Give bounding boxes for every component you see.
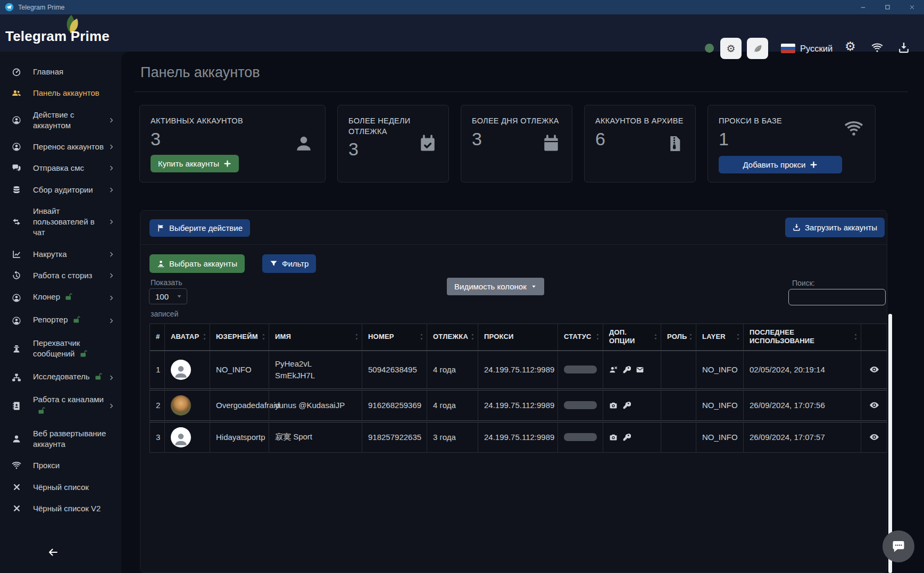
invite-users-icon xyxy=(0,217,33,227)
column-visibility-button[interactable]: Видимость колонок xyxy=(447,278,544,295)
support-chat-button[interactable] xyxy=(883,530,914,562)
maximize-button[interactable] xyxy=(875,0,900,14)
row-phone: 918257922635 xyxy=(362,422,427,452)
sidebar-item-message-interceptor[interactable]: Перехватчик сообщений xyxy=(0,333,121,367)
key-icon[interactable] xyxy=(622,401,631,410)
sort-icons xyxy=(595,333,600,341)
choose-action-button[interactable]: Выберите действие xyxy=(149,219,250,237)
download-button[interactable] xyxy=(898,42,910,54)
user-x-icon[interactable] xyxy=(609,366,618,374)
sidebar-item-label: Отправка смс xyxy=(33,163,84,173)
minimize-button[interactable] xyxy=(851,0,875,14)
theme-toggle-button[interactable]: ⚙ xyxy=(720,38,742,59)
row-view xyxy=(861,351,887,388)
sidebar-item-label: Репортер xyxy=(33,315,68,324)
caret-down-icon xyxy=(531,284,537,289)
sidebar-item-blacklist-v2[interactable]: Чёрный список V2 xyxy=(0,498,121,519)
col-header-role[interactable]: РОЛЬ xyxy=(661,324,696,350)
sidebar-item-cloner[interactable]: Клонер xyxy=(0,286,121,309)
sidebar-item-send-sms[interactable]: Отправка смс xyxy=(0,157,121,179)
window-title: Telegram Prime xyxy=(18,4,65,11)
row-proxy: 24.199.75.112:9989 xyxy=(478,391,558,420)
col-header-phone[interactable]: НОМЕР xyxy=(362,324,427,350)
sidebar-item-proxy[interactable]: Прокси xyxy=(0,455,121,476)
chevron-right-icon xyxy=(109,318,114,323)
page-title: Панель аккаунтов xyxy=(140,64,260,81)
sidebar-item-label: Исследователь xyxy=(33,372,90,381)
app-logo: Telegram Prime xyxy=(5,14,144,52)
sidebar-item-accounts-panel[interactable]: Панель аккаунтов xyxy=(0,82,121,104)
col-header-last-used[interactable]: ПОСЛЕДНЕЕ ИСПОЛЬЗОВАНИЕ xyxy=(744,324,861,350)
col-header-layer[interactable]: LAYER xyxy=(696,324,744,350)
eye-icon[interactable] xyxy=(869,432,879,442)
proxy-status-button[interactable] xyxy=(871,42,883,54)
row-avatar-cell xyxy=(165,422,210,452)
search-input[interactable] xyxy=(788,289,886,305)
col-header-status[interactable]: СТАТУС xyxy=(558,324,603,350)
buy-accounts-button[interactable]: Купить аккаунты xyxy=(151,155,239,172)
sidebar-item-blacklist[interactable]: Чёрный список xyxy=(0,477,121,498)
stat-label: ПРОКСИ В БАЗЕ xyxy=(719,116,809,127)
eye-icon[interactable] xyxy=(869,364,879,375)
user-circle-icon xyxy=(0,115,33,125)
user-circle-icon xyxy=(0,316,33,326)
row-avatar-cell xyxy=(165,391,210,420)
sidebar-item-label: Чёрный список xyxy=(33,482,89,493)
row-role xyxy=(661,351,696,388)
sidebar-item-account-transfer[interactable]: Перенос аккаунтов xyxy=(0,136,121,157)
russia-flag-icon xyxy=(781,44,795,53)
settings-button[interactable]: ⚙ xyxy=(845,40,856,53)
col-header-view xyxy=(861,324,887,350)
key-icon[interactable] xyxy=(622,433,631,442)
sidebar-item-invite-users[interactable]: Инвайт пользователей в чат xyxy=(0,201,121,244)
col-header-proxy[interactable]: ПРОКСИ xyxy=(478,324,558,350)
row-last-used: 26/09/2024, 17:07:57 xyxy=(744,422,861,452)
sidebar-item-label: Работа с каналами xyxy=(33,395,104,404)
choose-action-label: Выберите действие xyxy=(169,223,243,232)
row-proxy: 24.199.75.112:9989 xyxy=(478,422,558,452)
camera-icon[interactable] xyxy=(609,401,618,410)
col-header-avatar[interactable]: АВАТАР xyxy=(165,324,210,350)
page-size-select[interactable]: 100 xyxy=(149,288,187,304)
table-row[interactable]: 2 Overgoadedafraid yunus @KudasaiJP 9162… xyxy=(150,388,887,420)
sidebar-item-audience-collect[interactable]: Сбор аудитории xyxy=(0,179,121,201)
language-selector[interactable]: Русский xyxy=(781,38,833,59)
sidebar-item-account-action[interactable]: Действие с аккаунтом xyxy=(0,104,121,137)
avatar xyxy=(171,360,191,380)
sidebar-item-stories[interactable]: Работа с сториз xyxy=(0,265,121,286)
sort-icons xyxy=(470,333,475,341)
x-mark-icon xyxy=(0,483,33,491)
sidebar-item-web-deploy[interactable]: Веб развертывание аккаунта xyxy=(0,423,121,455)
table-row[interactable]: 3 Hidayatsportp 寂寞 Sport 918257922635 3 … xyxy=(150,420,887,452)
col-header-name[interactable]: ИМЯ xyxy=(269,324,362,350)
col-header-age[interactable]: ОТЛЕЖКА xyxy=(427,324,478,350)
chevron-right-icon xyxy=(109,375,114,380)
accounts-table: # АВАТАР ЮЗЕРНЕЙМ ИМЯ НОМЕР ОТЛЕЖКА ПРОК… xyxy=(149,323,887,453)
sidebar-item-researcher[interactable]: Исследователь xyxy=(0,366,121,389)
row-role xyxy=(661,391,696,420)
eco-mode-button[interactable] xyxy=(747,38,768,59)
camera-icon[interactable] xyxy=(609,433,618,442)
user-icon xyxy=(294,134,313,153)
col-header-username[interactable]: ЮЗЕРНЕЙМ xyxy=(210,324,269,350)
records-label: записей xyxy=(151,310,178,318)
table-row[interactable]: 1 NO_INFO PyHea2vL SmEkJH7L 50942638495 … xyxy=(150,351,887,388)
close-button[interactable] xyxy=(900,0,924,14)
sidebar-item-reporter[interactable]: Репортер xyxy=(0,309,121,332)
upload-accounts-button[interactable]: Загрузить аккаунты xyxy=(785,218,885,237)
stat-label: БОЛЕЕ ДНЯ ОТЛЕЖКА xyxy=(472,116,561,127)
filter-button[interactable]: Фильтр xyxy=(262,254,316,273)
window-titlebar: Telegram Prime xyxy=(0,0,924,14)
sidebar-collapse-button[interactable] xyxy=(47,546,59,558)
sidebar-item-home[interactable]: Главная xyxy=(0,61,121,82)
add-proxy-button[interactable]: Добавить прокси xyxy=(719,156,842,173)
sidebar-item-boosting[interactable]: Накрутка xyxy=(0,244,121,265)
eye-icon[interactable] xyxy=(869,400,879,410)
envelope-icon[interactable] xyxy=(636,366,644,374)
key-icon[interactable] xyxy=(622,366,631,374)
stat-card-active-accounts: АКТИВНЫХ АККАУНТОВ 3 Купить аккаунты xyxy=(139,105,326,182)
col-header-options[interactable]: ДОП. ОПЦИИ xyxy=(603,324,661,350)
status-dot xyxy=(705,44,714,53)
select-accounts-button[interactable]: Выбрать аккаунты xyxy=(149,254,245,273)
sidebar-item-channels[interactable]: Работа с каналами xyxy=(0,389,121,423)
